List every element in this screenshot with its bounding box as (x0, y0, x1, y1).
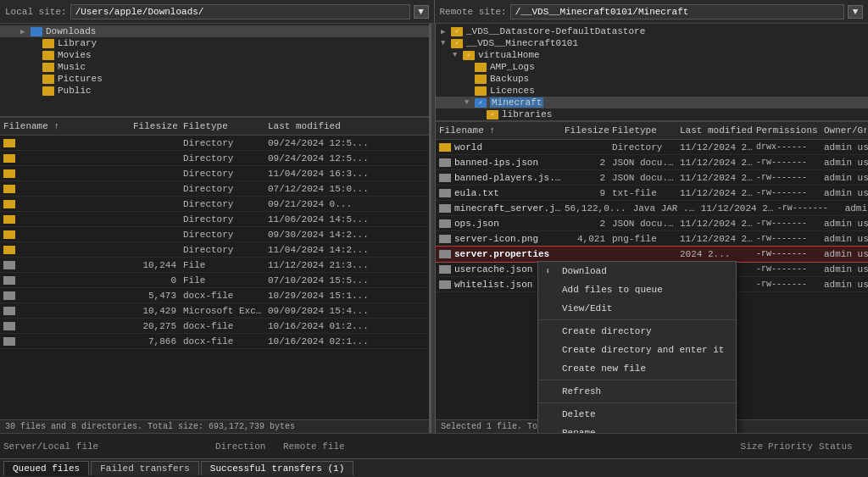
local-tree-item[interactable]: Public (0, 85, 429, 97)
remote-tree-item[interactable]: ▼✓__VDS__Minecraft0101 (436, 37, 868, 49)
local-tree-item[interactable]: Library (0, 37, 429, 49)
local-col-lastmod[interactable]: Last modified (264, 121, 427, 131)
remote-tree-item[interactable]: ✓libraries (436, 108, 868, 120)
remote-file-size: 4,021 (565, 234, 609, 244)
remote-file-name: banned-ips.json (437, 158, 565, 168)
remote-site-dropdown[interactable]: ▼ (848, 5, 863, 19)
local-file-name (2, 321, 133, 331)
local-file-row[interactable]: Directory09/24/2024 12:5... (0, 136, 429, 151)
remote-tree-item[interactable]: ▶✓_VDS__Datastore-DefaultDatastore (436, 25, 868, 37)
local-file-row[interactable]: Directory11/06/2024 14:5... (0, 212, 429, 227)
remote-col-filename[interactable]: Filename ↑ (437, 125, 565, 136)
context-menu-item[interactable]: ⬇Download (538, 262, 736, 280)
local-col-filesize[interactable]: Filesize (133, 121, 180, 131)
local-file-name (2, 260, 133, 270)
local-file-name (2, 245, 133, 255)
remote-tree-item-label: _VDS__Datastore-DefaultDatastore (466, 26, 645, 36)
local-tree-item[interactable]: Music (0, 61, 429, 73)
local-file-modified: 07/12/2024 15:0... (264, 184, 427, 194)
local-file-type: Directory (180, 153, 264, 164)
remote-file-row[interactable]: server-icon.png4,021png-file11/12/2024 2… (436, 231, 868, 247)
remote-file-name: server.properties (437, 249, 565, 259)
remote-tree-item[interactable]: ▼✓Minecraft (436, 97, 868, 108)
local-file-row[interactable]: 7,866docx-file10/16/2024 02:1... (0, 334, 429, 349)
local-site-path[interactable] (70, 4, 410, 19)
local-col-filetype[interactable]: Filetype (180, 121, 264, 131)
context-menu-item[interactable]: Create directory (538, 322, 736, 341)
context-menu-item[interactable]: Add files to queue (538, 280, 736, 299)
remote-file-owner: admin users (821, 249, 868, 259)
remote-tree-item-label: Backups (490, 74, 529, 84)
remote-file-permissions: -rw------- (753, 249, 821, 258)
remote-file-row[interactable]: banned-players.js...2JSON docu...11/12/2… (436, 170, 868, 186)
local-file-row[interactable]: 5,473docx-file10/29/2024 15:1... (0, 288, 429, 303)
local-file-row[interactable]: Directory11/04/2024 16:3... (0, 166, 429, 181)
context-menu-item[interactable]: Rename (538, 424, 736, 433)
remote-file-row[interactable]: server.properties2024 2...-rw-------admi… (436, 247, 868, 262)
remote-col-permissions[interactable]: Permissions (753, 125, 821, 136)
local-file-type: docx-file (180, 291, 264, 301)
remote-file-row[interactable]: banned-ips.json2JSON docu...11/12/2024 2… (436, 155, 868, 170)
context-menu-item[interactable]: Create new file (538, 359, 736, 378)
remote-file-owner: admin users (821, 142, 868, 153)
local-file-type: File (180, 275, 264, 286)
remote-file-row[interactable]: ops.json2JSON docu...11/12/2024 2...-rw-… (436, 216, 868, 231)
remote-col-lastmod[interactable]: Last modified (676, 125, 753, 136)
local-file-row[interactable]: Directory07/12/2024 15:0... (0, 181, 429, 197)
context-menu: ⬇DownloadAdd files to queueView/EditCrea… (537, 261, 737, 433)
local-tree-item[interactable]: Pictures (0, 73, 429, 85)
remote-tree-item[interactable]: AMP_Logs (436, 61, 868, 73)
tree-arrow-icon: ▶ (20, 27, 31, 36)
local-file-row[interactable]: Directory09/24/2024 12:5... (0, 151, 429, 166)
remote-col-filesize[interactable]: Filesize (565, 125, 609, 136)
local-file-modified: 09/30/2024 14:2... (264, 230, 427, 240)
local-file-size: 20,275 (133, 321, 180, 331)
tab-failed-transfers[interactable]: Failed transfers (91, 461, 199, 475)
transfer-col-server-local: Server/Local file (3, 441, 215, 452)
local-tree-item[interactable]: ▶Downloads (0, 25, 429, 37)
folder-icon (3, 215, 15, 224)
remote-site-path[interactable] (510, 4, 844, 19)
folder-icon: ✓ (451, 39, 463, 48)
remote-col-owner[interactable]: Owner/Group (821, 125, 866, 136)
local-file-row[interactable]: 0File07/10/2024 15:5... (0, 273, 429, 288)
tab-queued-files[interactable]: Queued files (3, 461, 89, 475)
context-menu-item[interactable]: Refresh (538, 382, 736, 401)
tree-item-label: Public (58, 86, 92, 96)
remote-tree-item[interactable]: Backups (436, 73, 868, 85)
local-file-row[interactable]: 20,275docx-file10/16/2024 01:2... (0, 319, 429, 334)
remote-file-row[interactable]: worldDirectory11/12/2024 2...drwx------a… (436, 140, 868, 155)
context-menu-item-label: Rename (562, 428, 596, 433)
local-site-dropdown[interactable]: ▼ (414, 5, 429, 19)
remote-file-modified: 11/12/2024 2... (676, 219, 753, 229)
remote-tree-item[interactable]: Licences (436, 85, 868, 97)
local-file-name (2, 184, 133, 194)
context-menu-icon: ⬇ (545, 266, 557, 276)
local-file-row[interactable]: Directory09/21/2024 0... (0, 197, 429, 212)
local-file-row[interactable]: Directory09/30/2024 14:2... (0, 227, 429, 242)
remote-file-owner: admin users (821, 173, 868, 183)
context-menu-item-label: Delete (562, 409, 596, 419)
local-file-size: 10,244 (133, 260, 180, 270)
context-menu-item[interactable]: View/Edit (538, 299, 736, 318)
local-file-row[interactable]: 10,429Microsoft Excel ...09/09/2024 15:4… (0, 303, 429, 319)
local-tree-item[interactable]: Movies (0, 49, 429, 61)
local-file-row[interactable]: Directory11/04/2024 14:2... (0, 242, 429, 258)
remote-col-filetype[interactable]: Filetype (609, 125, 676, 136)
context-menu-item[interactable]: Create directory and enter it (538, 341, 736, 359)
file-icon (439, 219, 451, 228)
remote-file-row[interactable]: minecraft_server.j...56,122,0...Java JAR… (436, 201, 868, 216)
tab-successful-transfers[interactable]: Successful transfers (1) (201, 461, 353, 475)
folder-icon (475, 75, 487, 84)
local-file-row[interactable]: 10,244File11/12/2024 21:3... (0, 258, 429, 273)
folder-icon (3, 246, 15, 254)
remote-file-modified: 11/12/2024 2... (676, 173, 753, 183)
local-file-size: 5,473 (133, 291, 180, 301)
local-col-filename[interactable]: Filename ↑ (2, 121, 133, 131)
local-file-name (2, 199, 133, 209)
context-menu-item[interactable]: Delete (538, 405, 736, 424)
remote-tree-item[interactable]: ▼✓virtualHome (436, 49, 868, 61)
transfer-col-direction: Direction (215, 441, 283, 452)
remote-file-row[interactable]: eula.txt9txt-file11/12/2024 21...-rw----… (436, 186, 868, 201)
folder-icon (439, 143, 451, 152)
